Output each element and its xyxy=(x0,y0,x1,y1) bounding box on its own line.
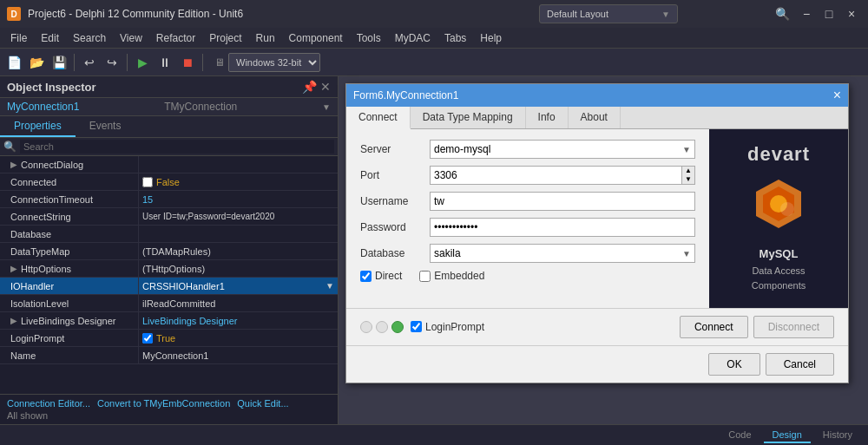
server-value: demo-mysql xyxy=(434,143,490,155)
modal-tab-about[interactable]: About xyxy=(569,107,621,128)
title-bar-text: Project6 - Delphi 12 Community Edition -… xyxy=(28,8,445,20)
oi-tab-events[interactable]: Events xyxy=(76,116,135,137)
oi-row-datatypemap[interactable]: DataTypeMap (TDAMapRules) xyxy=(0,243,338,260)
oi-row-connected[interactable]: Connected False xyxy=(0,173,338,191)
modal-bottom-left: LoginPrompt xyxy=(360,321,484,333)
oi-link-convert[interactable]: Convert to TMyEmbConnection xyxy=(97,398,230,409)
form-checkboxes: Direct Embedded xyxy=(360,270,695,282)
menu-component[interactable]: Component xyxy=(282,30,350,46)
toolbar-btn2[interactable]: ↩ xyxy=(79,52,100,73)
oi-val: (THttpOptions) xyxy=(139,260,338,277)
status-tabs: Code Design History xyxy=(720,428,861,443)
form-row-server: Server demo-mysql ▼ xyxy=(360,140,695,159)
modal-tab-info[interactable]: Info xyxy=(526,107,569,128)
modal-tab-datatypemapping[interactable]: Data Type Mapping xyxy=(411,107,526,128)
toolbar-sep2 xyxy=(127,54,128,71)
direct-checkbox[interactable] xyxy=(360,271,372,282)
menu-tabs[interactable]: Tabs xyxy=(437,30,473,46)
oi-row-livebindings[interactable]: ▶LiveBindings Designer LiveBindings Desi… xyxy=(0,312,338,330)
iohandler-dropdown-icon[interactable]: ▼ xyxy=(326,281,334,291)
modal-tab-connect[interactable]: Connect xyxy=(346,107,411,129)
minimize-button[interactable]: − xyxy=(797,4,816,23)
traffic-light-red xyxy=(360,321,372,333)
oi-link-connection-editor[interactable]: Connection Editor... xyxy=(7,398,90,409)
close-button[interactable]: × xyxy=(842,4,861,23)
oi-links: Connection Editor... Convert to TMyEmbCo… xyxy=(7,398,331,409)
menu-tools[interactable]: Tools xyxy=(350,30,388,46)
connected-value: False xyxy=(156,177,180,187)
port-input[interactable] xyxy=(430,166,681,185)
traffic-light-green xyxy=(391,321,404,333)
menu-view[interactable]: View xyxy=(113,30,149,46)
oi-search-bar: 🔍 xyxy=(0,138,338,156)
oi-row-database[interactable]: Database xyxy=(0,226,338,243)
menu-project[interactable]: Project xyxy=(202,30,248,46)
toolbar-open[interactable]: 📂 xyxy=(26,52,47,73)
status-tab-design[interactable]: Design xyxy=(764,428,811,443)
oi-row-iohandler[interactable]: IOHandler CRSSHIOHandler1 ▼ xyxy=(0,278,338,295)
oi-row-name[interactable]: Name MyConnection1 xyxy=(0,347,338,364)
menu-bar: File Edit Search View Refactor Project R… xyxy=(0,28,868,49)
ok-button[interactable]: OK xyxy=(708,353,760,376)
oi-row-connectstring[interactable]: ConnectString User ID=tw;Password=devart… xyxy=(0,208,338,226)
oi-bottom: Connection Editor... Convert to TMyEmbCo… xyxy=(0,394,338,424)
connect-button[interactable]: Connect xyxy=(680,316,748,338)
disconnect-button[interactable]: Disconnect xyxy=(753,316,834,338)
server-combo[interactable]: demo-mysql ▼ xyxy=(430,140,695,159)
oi-component-selector[interactable]: MyConnection1 TMyConnection ▼ xyxy=(0,98,338,116)
username-input[interactable] xyxy=(430,192,695,211)
oi-val: False xyxy=(139,173,338,190)
toolbar-new[interactable]: 📄 xyxy=(3,52,24,73)
connected-checkbox[interactable] xyxy=(142,177,153,187)
oi-val: ilReadCommitted xyxy=(139,295,338,311)
embedded-check-label: Embedded xyxy=(419,270,484,282)
oi-search-icon: 🔍 xyxy=(3,141,16,153)
oi-search-input[interactable] xyxy=(20,140,334,154)
status-tab-code[interactable]: Code xyxy=(720,428,760,443)
toolbar-pause[interactable]: ⏸ xyxy=(155,52,175,73)
dropdown-icon: ▼ xyxy=(661,10,670,19)
oi-key: Database xyxy=(0,226,139,242)
maximize-button[interactable]: □ xyxy=(819,4,838,23)
toolbar-btn3[interactable]: ↪ xyxy=(102,52,122,73)
menu-file[interactable]: File xyxy=(3,30,34,46)
toolbar-save[interactable]: 💾 xyxy=(49,52,69,73)
platform-selector[interactable]: Windows 32-bit xyxy=(228,53,320,72)
menu-help[interactable]: Help xyxy=(473,30,509,46)
oi-key: Name xyxy=(0,347,139,363)
oi-val: CRSSHIOHandler1 ▼ xyxy=(139,278,338,294)
oi-link-quick-edit[interactable]: Quick Edit... xyxy=(237,398,288,409)
layout-selector[interactable]: Default Layout ▼ xyxy=(539,4,678,23)
oi-component-type: TMyConnection xyxy=(164,101,237,113)
oi-val: MyConnection1 xyxy=(139,347,338,363)
toolbar-stop[interactable]: ⏹ xyxy=(177,52,198,73)
menu-mydac[interactable]: MyDAC xyxy=(388,30,437,46)
loginprompt-checkbox[interactable] xyxy=(142,333,153,344)
menu-run[interactable]: Run xyxy=(249,30,282,46)
port-spin-up[interactable]: ▲ xyxy=(682,167,694,175)
oi-pin-icon[interactable]: 📌 xyxy=(302,80,317,94)
oi-row-isolationlevel[interactable]: IsolationLevel ilReadCommitted xyxy=(0,295,338,312)
database-combo[interactable]: sakila ▼ xyxy=(430,244,695,263)
oi-row-loginprompt[interactable]: LoginPrompt True xyxy=(0,330,338,347)
oi-close-icon[interactable]: ✕ xyxy=(320,80,331,94)
menu-refactor[interactable]: Refactor xyxy=(149,30,202,46)
oi-val xyxy=(139,226,338,242)
oi-row-httpoptions[interactable]: ▶HttpOptions (THttpOptions) xyxy=(0,260,338,278)
oi-tab-properties[interactable]: Properties xyxy=(0,116,76,137)
password-input[interactable] xyxy=(430,218,695,237)
menu-edit[interactable]: Edit xyxy=(34,30,66,46)
platform-icon: 🖥 xyxy=(214,56,225,69)
loginprompt-dialog-checkbox[interactable] xyxy=(411,321,422,332)
embedded-checkbox[interactable] xyxy=(419,271,431,282)
search-icon[interactable]: 🔍 xyxy=(775,7,790,21)
cancel-button[interactable]: Cancel xyxy=(766,353,834,376)
toolbar-run[interactable]: ▶ xyxy=(132,52,153,73)
modal-tabs: Connect Data Type Mapping Info About xyxy=(346,107,848,129)
modal-close-button[interactable]: × xyxy=(833,88,841,103)
status-tab-history[interactable]: History xyxy=(814,428,861,443)
port-spin-down[interactable]: ▼ xyxy=(682,175,694,184)
oi-row-connectiontimeout[interactable]: ConnectionTimeout 15 xyxy=(0,191,338,208)
menu-search[interactable]: Search xyxy=(66,30,113,46)
oi-row-connectdialog[interactable]: ▶ConnectDialog xyxy=(0,156,338,173)
